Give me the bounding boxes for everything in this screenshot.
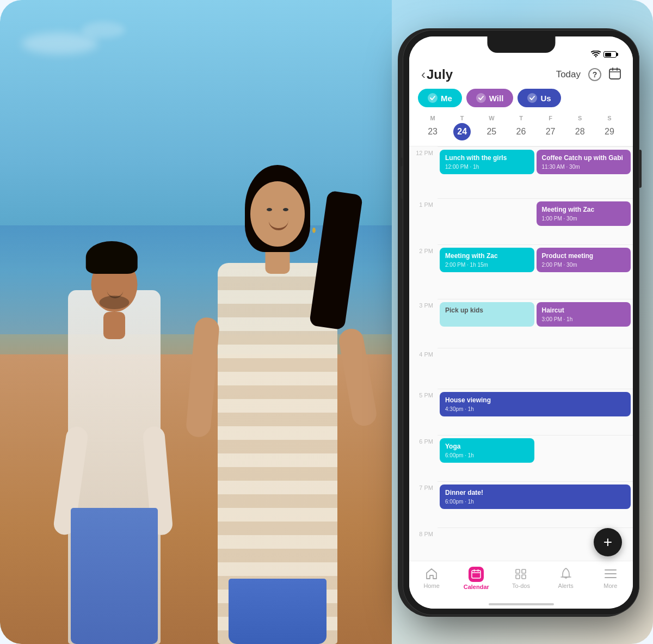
calendar-view-button[interactable] xyxy=(609,68,621,82)
event-haircut[interactable]: Haircut 3:00 PM · 1h xyxy=(537,302,631,327)
home-indicator xyxy=(489,603,554,605)
day-mon[interactable]: M 23 xyxy=(418,115,447,140)
nav-alerts[interactable]: Alerts xyxy=(550,567,582,589)
todos-icon xyxy=(514,567,528,581)
event-yoga[interactable]: Yoga 6:00pm · 1h xyxy=(440,438,534,463)
day-sat[interactable]: S 28 xyxy=(565,115,595,140)
time-slot-3pm: 3 PM Pick up kids Haircut 3:00 PM · 1h xyxy=(409,299,633,348)
back-button[interactable]: ‹ xyxy=(421,67,426,82)
svg-rect-9 xyxy=(522,569,526,573)
nav-calendar-label: Calendar xyxy=(464,584,489,590)
nav-more-label: More xyxy=(603,582,617,589)
nav-calendar[interactable]: Calendar xyxy=(460,567,492,590)
filter-will-label: Will xyxy=(489,94,504,103)
day-fri[interactable]: F 27 xyxy=(536,115,565,140)
day-thu[interactable]: T 26 xyxy=(506,115,535,140)
filter-will[interactable]: Will xyxy=(466,89,514,107)
more-icon xyxy=(603,567,618,581)
event-lunch-girls[interactable]: Lunch with the girls 12:00 PM · 1h xyxy=(440,150,534,174)
event-house-viewing[interactable]: House viewing 4:30pm · 1h xyxy=(440,392,631,416)
status-icons xyxy=(591,51,617,58)
today-button[interactable]: Today xyxy=(556,69,581,80)
page-background: 9:41 xyxy=(0,0,653,644)
people-filters: Me Will Us xyxy=(409,85,633,113)
calendar-nav-icon xyxy=(469,567,484,582)
phone-wrapper: 9:41 xyxy=(403,30,639,615)
event-coffee-gabi[interactable]: Coffee Catch up with Gabi 11:30 AM · 30m xyxy=(537,150,631,174)
header-left: ‹ July xyxy=(421,67,453,82)
beach-background xyxy=(0,0,392,644)
phone-screen: 9:41 xyxy=(409,36,633,609)
day-wed[interactable]: W 25 xyxy=(477,115,506,140)
nav-home-label: Home xyxy=(423,582,439,589)
bottom-nav: Home Calendar xyxy=(409,561,633,609)
nav-more[interactable]: More xyxy=(595,567,626,589)
svg-rect-8 xyxy=(516,569,520,573)
time-slot-12pm: 12 PM Lunch with the girls 12:00 PM · 1h… xyxy=(409,146,633,198)
app-header: ‹ July Today ? xyxy=(409,63,633,85)
time-slot-4pm: 4 PM xyxy=(409,348,633,389)
nav-todos-label: To-dos xyxy=(512,582,530,589)
notch xyxy=(487,36,555,53)
month-title: July xyxy=(427,67,453,82)
alerts-icon xyxy=(559,567,573,581)
time-slot-6pm: 6 PM Yoga 6:00pm · 1h xyxy=(409,435,633,481)
woman-figure xyxy=(174,72,381,644)
nav-alerts-label: Alerts xyxy=(558,582,574,589)
filter-us-label: Us xyxy=(540,94,551,103)
day-strip: M 23 T 24 W 25 T 26 xyxy=(409,113,633,146)
time-slot-1pm: 1 PM Meeting with Zac 1:00 PM · 30m xyxy=(409,198,633,244)
home-icon xyxy=(424,567,439,581)
nav-home[interactable]: Home xyxy=(416,567,447,589)
filter-me[interactable]: Me xyxy=(418,89,462,107)
svg-rect-0 xyxy=(609,69,620,79)
wifi-icon xyxy=(591,51,601,58)
phone-shell: 9:41 xyxy=(403,30,639,615)
nav-todos[interactable]: To-dos xyxy=(505,567,537,589)
battery-icon xyxy=(603,51,617,58)
event-pickup-kids[interactable]: Pick up kids xyxy=(440,302,534,327)
calendar-body[interactable]: 12 PM Lunch with the girls 12:00 PM · 1h… xyxy=(409,146,633,561)
event-meeting-zac-1pm[interactable]: Meeting with Zac 1:00 PM · 30m xyxy=(537,201,631,226)
header-right: Today ? xyxy=(556,68,621,82)
time-slot-7pm: 7 PM Dinner date! 6:00pm · 1h xyxy=(409,481,633,528)
man-figure xyxy=(54,219,174,644)
event-meeting-zac-2pm[interactable]: Meeting with Zac 2:00 PM · 1h 15m xyxy=(440,248,534,272)
svg-rect-4 xyxy=(472,571,480,578)
event-dinner-date[interactable]: Dinner date! 6:00pm · 1h xyxy=(440,484,631,509)
day-sun[interactable]: S 29 xyxy=(595,115,624,140)
help-button[interactable]: ? xyxy=(588,68,601,81)
time-slot-5pm: 5 PM House viewing 4:30pm · 1h xyxy=(409,389,633,435)
status-bar: 9:41 xyxy=(409,36,633,63)
event-product-meeting[interactable]: Product meeting 2:00 PM · 30m xyxy=(537,248,631,272)
svg-rect-10 xyxy=(516,575,520,579)
fab-button[interactable]: + xyxy=(594,528,622,556)
filter-us[interactable]: Us xyxy=(518,89,560,107)
day-tue[interactable]: T 24 xyxy=(447,115,477,140)
svg-rect-11 xyxy=(522,575,526,579)
filter-me-label: Me xyxy=(441,94,452,103)
time-slot-2pm: 2 PM Meeting with Zac 2:00 PM · 1h 15m P… xyxy=(409,244,633,299)
